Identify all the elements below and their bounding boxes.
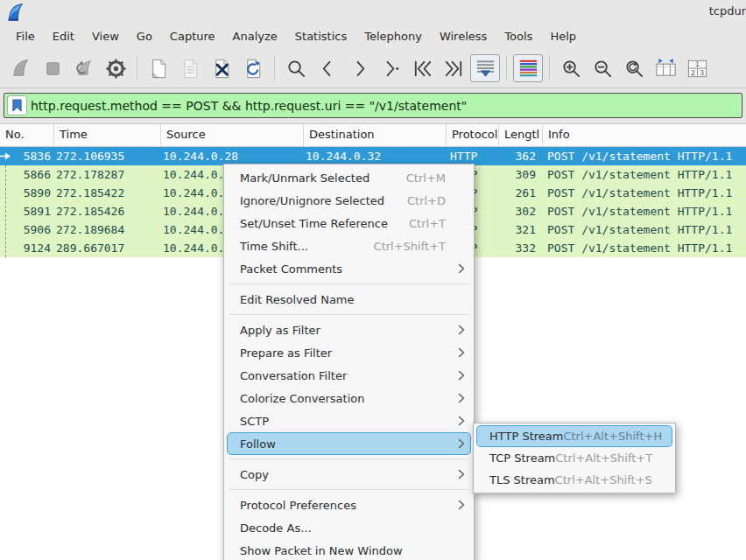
context-menu-item-prepare-as-filter-label: Prepare as Filter: [240, 346, 332, 360]
context-menu-item-follow[interactable]: Follow: [227, 432, 471, 455]
layout-1-2-3-icon: 123: [686, 57, 709, 80]
resize-columns-button[interactable]: [651, 54, 680, 82]
find-packet-button[interactable]: [281, 54, 311, 82]
column-header-no[interactable]: No.: [0, 124, 54, 146]
toolbar-separator: [549, 56, 550, 80]
context-menu-item-edit-resolved-name[interactable]: Edit Resolved Name: [227, 288, 471, 311]
column-header-protocol[interactable]: Protocol: [447, 124, 499, 146]
display-filter-input[interactable]: [31, 95, 742, 116]
column-header-info[interactable]: Info: [543, 124, 746, 146]
zoom-in-icon: [560, 57, 583, 80]
context-menu-item-mark-unmark-selected-shortcut: Ctrl+M: [406, 172, 453, 185]
context-menu-item-set-unset-time-reference[interactable]: Set/Unset Time ReferenceCtrl+T: [227, 212, 471, 234]
file-open-button[interactable]: [144, 54, 173, 82]
file-reload-icon: [242, 57, 265, 80]
menubar-item-file[interactable]: File: [7, 26, 44, 46]
capture-options-button[interactable]: [101, 54, 130, 82]
follow-submenu-item-http-stream[interactable]: HTTP StreamCtrl+Alt+Shift+H: [476, 425, 672, 447]
file-save-button[interactable]: [175, 54, 205, 82]
context-menu-item-packet-comments[interactable]: Packet Comments: [227, 257, 471, 280]
menubar-item-telephony[interactable]: Telephony: [355, 26, 431, 46]
column-header-time[interactable]: Time: [54, 124, 161, 146]
cell-len: 309: [499, 168, 543, 181]
context-menu-item-time-shift[interactable]: Time Shift...Ctrl+Shift+T: [227, 234, 471, 257]
follow-submenu-item-http-stream-shortcut: Ctrl+Alt+Shift+H: [563, 430, 669, 443]
zoom-in-button[interactable]: [556, 54, 586, 82]
context-menu-item-prepare-as-filter[interactable]: Prepare as Filter: [227, 341, 471, 364]
context-menu-item-sctp[interactable]: SCTP: [227, 410, 471, 432]
menubar-item-view[interactable]: View: [83, 26, 128, 46]
capture-stop-icon: [41, 57, 65, 80]
go-last-button[interactable]: [439, 54, 468, 82]
context-menu-item-mark-unmark-selected[interactable]: Mark/Unmark SelectedCtrl+M: [227, 166, 471, 189]
cell-src: 10.244.0.28: [161, 150, 304, 163]
menubar-item-help[interactable]: Help: [541, 26, 585, 46]
cell-info: POST /v1/statement HTTP/1.1: [543, 168, 746, 181]
menubar-item-wireless[interactable]: Wireless: [431, 26, 496, 46]
context-menu-item-protocol-preferences-label: Protocol Preferences: [240, 499, 356, 512]
selected-packet-marker: [0, 147, 12, 165]
layout-1-2-3-button[interactable]: 123: [682, 54, 712, 82]
capture-options-icon: [104, 57, 128, 80]
go-to-packet-button[interactable]: [376, 54, 405, 82]
column-header-lengtl[interactable]: Lengtl: [499, 124, 543, 146]
column-header-destination[interactable]: Destination: [304, 124, 447, 146]
menubar-item-tools[interactable]: Tools: [496, 26, 541, 46]
capture-start-button[interactable]: [6, 54, 36, 82]
capture-restart-button[interactable]: [69, 54, 99, 82]
file-close-button[interactable]: [207, 54, 236, 82]
submenu-arrow-icon: [453, 347, 465, 358]
go-previous-icon: [316, 57, 340, 80]
context-menu-item-apply-as-filter[interactable]: Apply as Filter: [227, 318, 471, 341]
cell-no: 9124: [12, 242, 54, 255]
packet-row[interactable]: 5836272.10693510.244.0.2810.244.0.32HTTP…: [0, 147, 746, 165]
context-menu-item-follow-label: Follow: [240, 438, 276, 451]
go-previous-button[interactable]: [313, 54, 342, 82]
follow-submenu-item-tcp-stream[interactable]: TCP StreamCtrl+Alt+Shift+T: [476, 447, 672, 469]
go-first-button[interactable]: [407, 54, 437, 82]
context-menu-item-decode-as[interactable]: Decode As...: [227, 516, 471, 539]
context-menu-item-protocol-preferences[interactable]: Protocol Preferences: [227, 494, 471, 516]
context-menu-item-colorize-conversation[interactable]: Colorize Conversation: [227, 387, 471, 410]
colorize-icon: [517, 57, 540, 80]
cell-time: 289.667017: [54, 242, 161, 255]
conversation-dash-line: [5, 165, 6, 257]
zoom-out-button[interactable]: [588, 54, 617, 82]
go-next-button[interactable]: [344, 54, 374, 82]
submenu-arrow-icon: [453, 370, 465, 381]
colorize-button[interactable]: [513, 54, 543, 82]
menubar-item-edit[interactable]: Edit: [44, 26, 83, 46]
cell-info: POST /v1/statement HTTP/1.1: [543, 150, 746, 163]
menubar-item-analyze[interactable]: Analyze: [224, 26, 286, 46]
context-menu-item-ignore-unignore-selected[interactable]: Ignore/Unignore SelectedCtrl+D: [227, 189, 471, 212]
follow-submenu-item-tls-stream-shortcut: Ctrl+Alt+Shift+S: [555, 473, 659, 486]
capture-start-icon: [10, 57, 33, 80]
zoom-reset-button[interactable]: [619, 54, 649, 82]
cell-len: 362: [499, 150, 543, 163]
capture-stop-button[interactable]: [38, 54, 67, 82]
cell-no: 5890: [12, 186, 54, 200]
context-menu-item-conversation-filter[interactable]: Conversation Filter: [227, 364, 471, 387]
context-menu-item-copy[interactable]: Copy: [227, 463, 471, 486]
follow-submenu-item-tls-stream[interactable]: TLS StreamCtrl+Alt+Shift+S: [476, 469, 672, 491]
menu-separator: [229, 284, 468, 284]
display-filter-field[interactable]: [4, 93, 742, 118]
file-reload-button[interactable]: [238, 54, 268, 82]
window-title: tcpdur: [709, 4, 746, 18]
menubar-item-statistics[interactable]: Statistics: [286, 26, 355, 46]
context-menu-item-show-packet-in-new-window[interactable]: Show Packet in New Window: [227, 539, 471, 560]
filter-bar: [0, 88, 746, 124]
context-menu-item-edit-resolved-name-label: Edit Resolved Name: [240, 293, 355, 306]
capture-restart-icon: [73, 57, 96, 80]
auto-scroll-button[interactable]: [470, 54, 500, 82]
context-menu-item-time-shift-label: Time Shift...: [240, 240, 308, 253]
column-header-source[interactable]: Source: [161, 124, 304, 146]
context-menu-item-packet-comments-label: Packet Comments: [240, 262, 342, 276]
menubar-item-go[interactable]: Go: [128, 26, 161, 46]
cell-no: 5866: [12, 168, 54, 181]
menubar-item-capture[interactable]: Capture: [161, 26, 224, 46]
bookmark-icon: [11, 99, 23, 112]
cell-info: POST /v1/statement HTTP/1.1: [543, 242, 746, 255]
follow-submenu-item-tls-stream-label: TLS Stream: [489, 473, 555, 486]
filter-bookmark-button[interactable]: [7, 95, 27, 116]
